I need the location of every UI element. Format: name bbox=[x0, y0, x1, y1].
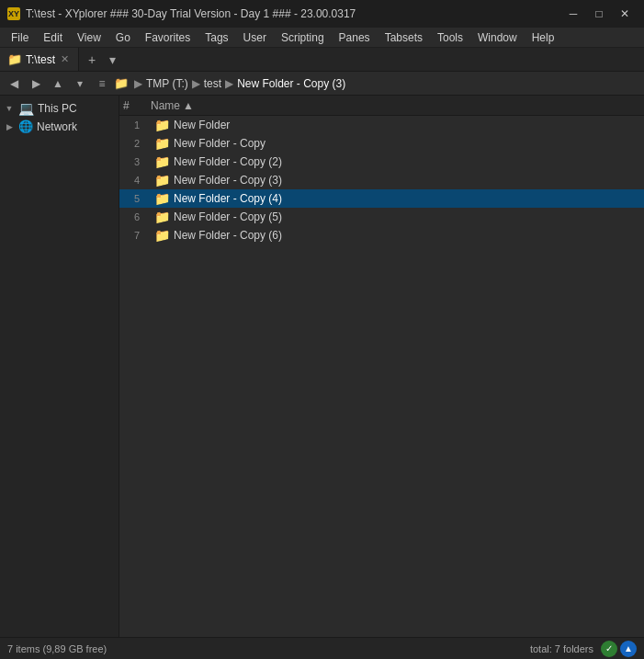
menu-bar: FileEditViewGoFavoritesTagsUserScripting… bbox=[0, 28, 644, 48]
sort-icon: ▲ bbox=[183, 99, 194, 112]
breadcrumb-sep1: ▶ bbox=[134, 77, 142, 90]
file-folder-icon: 📁 bbox=[154, 228, 170, 243]
title-text: T:\test - XYplorer ### 30-Day Trial Vers… bbox=[26, 7, 356, 20]
menu-item-panes[interactable]: Panes bbox=[332, 29, 378, 46]
file-num: 5 bbox=[123, 193, 151, 204]
file-num: 2 bbox=[123, 138, 151, 149]
maximize-button[interactable]: □ bbox=[587, 5, 611, 23]
file-rows: 1📁New Folder2📁New Folder - Copy3📁New Fol… bbox=[119, 116, 644, 244]
tab-dropdown-button[interactable]: ▾ bbox=[103, 51, 121, 69]
file-folder-icon: 📁 bbox=[154, 210, 170, 224]
col-header-name[interactable]: Name ▲ bbox=[151, 99, 640, 112]
tab-actions: + ▾ bbox=[79, 48, 125, 71]
title-bar-left: XY T:\test - XYplorer ### 30-Day Trial V… bbox=[7, 7, 356, 20]
file-name: New Folder - Copy (4) bbox=[174, 192, 282, 205]
sidebar-label-network: Network bbox=[37, 120, 77, 133]
main-content: ▼ 💻 This PC ▶ 🌐 Network # Name ▲ 1📁New F… bbox=[0, 96, 644, 637]
file-name: New Folder - Copy bbox=[174, 137, 266, 150]
menu-item-tools[interactable]: Tools bbox=[430, 29, 470, 46]
view-toggle-button[interactable]: ≡ bbox=[92, 74, 112, 93]
status-left: 7 items (9,89 GB free) bbox=[7, 643, 107, 654]
breadcrumb-part-tmp[interactable]: TMP (T:) bbox=[146, 77, 188, 90]
sidebar-item-network[interactable]: ▶ 🌐 Network bbox=[0, 118, 119, 135]
status-up-icon: ▲ bbox=[620, 641, 637, 657]
file-folder-icon: 📁 bbox=[154, 154, 170, 169]
file-folder-icon: 📁 bbox=[154, 173, 170, 187]
menu-item-tabsets[interactable]: Tabsets bbox=[378, 29, 430, 46]
file-list-header: # Name ▲ bbox=[119, 96, 644, 116]
file-name: New Folder - Copy (2) bbox=[174, 155, 282, 168]
up-button[interactable]: ▲ bbox=[48, 74, 68, 93]
menu-item-edit[interactable]: Edit bbox=[36, 29, 70, 46]
file-num: 1 bbox=[123, 119, 151, 131]
file-num: 4 bbox=[123, 175, 151, 186]
forward-button[interactable]: ▶ bbox=[26, 74, 46, 93]
col-name-label: Name bbox=[151, 99, 180, 112]
menu-item-scripting[interactable]: Scripting bbox=[274, 29, 332, 46]
back-button[interactable]: ◀ bbox=[4, 74, 24, 93]
expand-icon-thispc: ▼ bbox=[4, 103, 15, 114]
title-bar-controls: ─ □ ✕ bbox=[561, 5, 637, 23]
file-folder-icon: 📁 bbox=[154, 118, 170, 132]
tab-bar: 📁 T:\test ✕ + ▾ bbox=[0, 48, 644, 72]
file-name: New Folder - Copy (6) bbox=[174, 229, 282, 242]
file-name: New Folder bbox=[174, 119, 230, 131]
file-row[interactable]: 6📁New Folder - Copy (5) bbox=[119, 208, 644, 226]
menu-item-user[interactable]: User bbox=[236, 29, 274, 46]
menu-item-go[interactable]: Go bbox=[108, 29, 138, 46]
pc-icon: 💻 bbox=[18, 101, 34, 116]
expand-icon-network: ▶ bbox=[4, 121, 15, 132]
tab-close-button[interactable]: ✕ bbox=[59, 52, 71, 66]
tab-main[interactable]: 📁 T:\test ✕ bbox=[0, 48, 79, 71]
menu-item-window[interactable]: Window bbox=[470, 29, 525, 46]
breadcrumb-current: New Folder - Copy (3) bbox=[237, 77, 345, 90]
file-list: # Name ▲ 1📁New Folder2📁New Folder - Copy… bbox=[119, 96, 644, 637]
sidebar-label-thispc: This PC bbox=[38, 102, 77, 115]
sidebar: ▼ 💻 This PC ▶ 🌐 Network bbox=[0, 96, 119, 637]
status-check-icon: ✓ bbox=[601, 641, 617, 657]
col-header-num[interactable]: # bbox=[123, 99, 151, 112]
file-num: 7 bbox=[123, 230, 151, 241]
menu-item-file[interactable]: File bbox=[4, 29, 36, 46]
sidebar-item-thispc[interactable]: ▼ 💻 This PC bbox=[0, 99, 119, 118]
network-icon: 🌐 bbox=[18, 119, 33, 133]
file-num: 3 bbox=[123, 156, 151, 167]
menu-item-view[interactable]: View bbox=[70, 29, 108, 46]
status-bar: 7 items (9,89 GB free) total: 7 folders … bbox=[0, 637, 644, 659]
file-folder-icon: 📁 bbox=[154, 191, 170, 206]
breadcrumb-sep2: ▶ bbox=[192, 77, 200, 90]
menu-item-help[interactable]: Help bbox=[525, 29, 562, 46]
col-num-label: # bbox=[123, 99, 130, 112]
file-num: 6 bbox=[123, 211, 151, 222]
status-total: total: 7 folders bbox=[530, 643, 593, 654]
file-name: New Folder - Copy (3) bbox=[174, 174, 282, 187]
file-row[interactable]: 2📁New Folder - Copy bbox=[119, 134, 644, 153]
status-icons: ✓ ▲ bbox=[601, 641, 637, 657]
new-tab-button[interactable]: + bbox=[83, 51, 101, 69]
menu-item-favorites[interactable]: Favorites bbox=[138, 29, 198, 46]
file-row[interactable]: 5📁New Folder - Copy (4) bbox=[119, 189, 644, 208]
tab-label: T:\test bbox=[26, 53, 55, 66]
breadcrumb-sep3: ▶ bbox=[225, 77, 233, 90]
title-bar: XY T:\test - XYplorer ### 30-Day Trial V… bbox=[0, 0, 644, 28]
recent-button[interactable]: ▾ bbox=[70, 74, 90, 93]
menu-item-tags[interactable]: Tags bbox=[198, 29, 235, 46]
tab-folder-icon: 📁 bbox=[7, 52, 22, 66]
close-button[interactable]: ✕ bbox=[613, 5, 637, 23]
file-row[interactable]: 4📁New Folder - Copy (3) bbox=[119, 171, 644, 189]
breadcrumb-folder-icon: 📁 bbox=[114, 76, 129, 90]
status-right: total: 7 folders ✓ ▲ bbox=[530, 641, 637, 657]
minimize-button[interactable]: ─ bbox=[561, 5, 585, 23]
file-row[interactable]: 7📁New Folder - Copy (6) bbox=[119, 226, 644, 244]
nav-bar: ◀ ▶ ▲ ▾ ≡ 📁 ▶ TMP (T:) ▶ test ▶ New Fold… bbox=[0, 72, 644, 96]
file-name: New Folder - Copy (5) bbox=[174, 210, 282, 223]
breadcrumb-bar: 📁 ▶ TMP (T:) ▶ test ▶ New Folder - Copy … bbox=[114, 76, 640, 90]
breadcrumb-part-test[interactable]: test bbox=[204, 77, 221, 90]
file-row[interactable]: 3📁New Folder - Copy (2) bbox=[119, 153, 644, 171]
file-folder-icon: 📁 bbox=[154, 136, 170, 151]
file-row[interactable]: 1📁New Folder bbox=[119, 116, 644, 134]
app-icon: XY bbox=[7, 7, 20, 20]
